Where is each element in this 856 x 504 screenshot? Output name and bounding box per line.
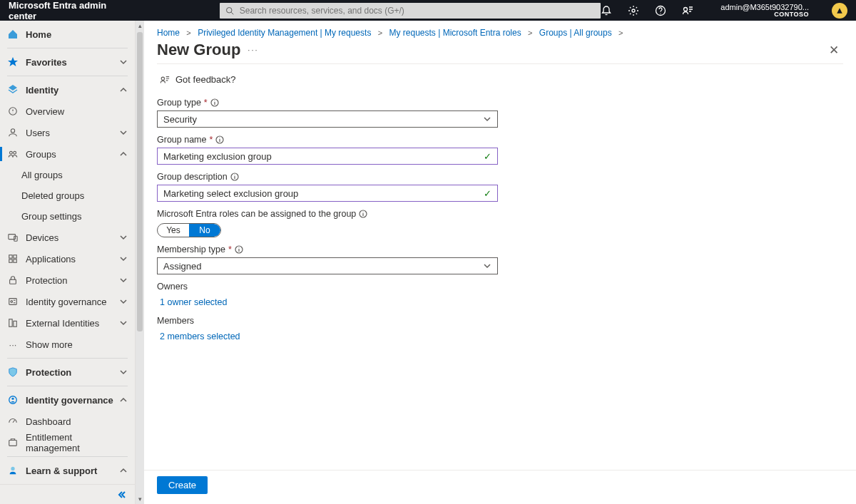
group-desc-input[interactable]: Marketing select exclusion group ✓ xyxy=(157,185,498,202)
info-icon[interactable] xyxy=(359,210,367,218)
nav-identity-governance[interactable]: Identity governance xyxy=(0,389,135,411)
group-name-label: Group name xyxy=(157,135,206,145)
nav-users[interactable]: Users xyxy=(0,122,135,143)
notifications-icon[interactable] xyxy=(601,5,612,16)
members-link[interactable]: 2 members selected xyxy=(157,329,240,343)
collapse-sidebar-button[interactable] xyxy=(0,484,135,504)
account-block[interactable]: admin@M365t9032790... CONTOSO xyxy=(720,3,809,19)
nav-home[interactable]: Home xyxy=(0,24,135,45)
info-icon[interactable] xyxy=(210,98,219,107)
roles-toggle[interactable]: Yes No xyxy=(157,223,221,237)
owners-link[interactable]: 1 owner selected xyxy=(157,294,228,309)
chevron-up-icon xyxy=(119,396,128,404)
account-tenant: CONTOSO xyxy=(720,11,809,19)
svg-point-40 xyxy=(234,175,235,175)
svg-point-34 xyxy=(214,101,215,101)
breadcrumb-item[interactable]: Groups | All groups xyxy=(539,28,612,38)
collapse-icon xyxy=(118,490,126,499)
chevron-down-icon xyxy=(119,128,128,137)
chevron-up-icon xyxy=(119,466,128,475)
svg-point-3 xyxy=(632,9,635,12)
svg-rect-25 xyxy=(14,321,16,326)
nav-protection[interactable]: Protection xyxy=(0,361,135,383)
nav-external-identities-label: External Identities xyxy=(26,318,119,329)
svg-point-9 xyxy=(13,113,14,113)
settings-icon[interactable] xyxy=(628,5,639,16)
nav-overview-label: Overview xyxy=(26,106,128,117)
nav-users-label: Users xyxy=(26,128,119,138)
help-icon[interactable] xyxy=(655,5,666,16)
nav-entitlement-label: Entitlement management xyxy=(26,432,128,453)
global-search[interactable] xyxy=(220,3,601,19)
nav-identity[interactable]: Identity xyxy=(0,79,135,101)
nav-group-settings[interactable]: Group settings xyxy=(0,206,135,227)
nav-deleted-groups-label: Deleted groups xyxy=(21,190,128,201)
product-title: Microsoft Entra admin center xyxy=(9,0,128,21)
nav-learn-support[interactable]: Learn & support xyxy=(0,460,135,481)
nav-show-more-label: Show more xyxy=(26,339,128,350)
info-icon[interactable] xyxy=(230,173,239,181)
chevron-down-icon xyxy=(119,319,128,327)
close-button[interactable]: ✕ xyxy=(829,43,843,58)
nav-all-groups-label: All groups xyxy=(21,170,128,180)
info-icon[interactable] xyxy=(215,135,224,144)
chevron-right-icon: > xyxy=(186,29,190,37)
devices-icon xyxy=(7,232,19,243)
nav-overview[interactable]: Overview xyxy=(0,101,135,122)
nav-groups[interactable]: Groups xyxy=(0,143,135,165)
nav-idgov-sub[interactable]: Identity governance xyxy=(0,291,135,312)
required-indicator: * xyxy=(204,98,208,108)
create-button[interactable]: Create xyxy=(157,476,208,494)
more-actions-button[interactable]: ··· xyxy=(248,46,258,54)
nav-external-identities[interactable]: External Identities xyxy=(0,312,135,334)
roles-toggle-yes[interactable]: Yes xyxy=(158,224,189,237)
svg-point-6 xyxy=(684,7,688,11)
svg-line-28 xyxy=(13,420,15,423)
nav-learn-support-label: Learn & support xyxy=(26,466,119,476)
nav-favorites[interactable]: Favorites xyxy=(0,51,135,73)
svg-point-27 xyxy=(11,398,14,400)
scroll-up-icon: ▴ xyxy=(138,21,142,31)
svg-rect-18 xyxy=(14,259,16,262)
owners-label: Owners xyxy=(157,282,188,292)
chevron-right-icon: > xyxy=(528,29,532,37)
svg-point-43 xyxy=(363,212,364,212)
page-title: New Group xyxy=(157,41,240,59)
roles-toggle-no[interactable]: No xyxy=(189,224,220,237)
feedback-icon[interactable] xyxy=(682,5,693,16)
group-type-select[interactable]: Security xyxy=(157,110,498,128)
avatar[interactable] xyxy=(832,3,847,19)
nav-applications[interactable]: Applications xyxy=(0,248,135,269)
nav-deleted-groups[interactable]: Deleted groups xyxy=(0,185,135,206)
info-icon[interactable] xyxy=(235,245,243,254)
nav-show-more[interactable]: ··· Show more xyxy=(0,334,135,355)
membership-select[interactable]: Assigned xyxy=(157,257,498,274)
breadcrumb-item[interactable]: My requests | Microsoft Entra roles xyxy=(389,28,521,38)
feedback-button[interactable]: Got feedback? xyxy=(157,71,239,93)
chevron-down-icon xyxy=(119,368,128,376)
chevron-right-icon: > xyxy=(378,29,382,37)
roles-label: Microsoft Entra roles can be assigned to… xyxy=(157,209,356,219)
nav-entitlement[interactable]: Entitlement management xyxy=(0,432,135,453)
breadcrumb-item[interactable]: Home xyxy=(157,28,180,38)
group-type-value: Security xyxy=(163,114,197,125)
topbar-icons: admin@M365t9032790... CONTOSO xyxy=(601,3,847,19)
breadcrumb-item[interactable]: Privileged Identity Management | My requ… xyxy=(198,28,371,38)
nav-groups-label: Groups xyxy=(26,149,119,160)
chevron-down-icon xyxy=(119,254,128,263)
nav-dashboard[interactable]: Dashboard xyxy=(0,411,135,432)
sidebar-scrollbar[interactable]: ▴ ▾ xyxy=(136,21,144,504)
nav-all-groups[interactable]: All groups xyxy=(0,165,135,185)
global-search-input[interactable] xyxy=(238,5,596,16)
nav-identity-governance-label: Identity governance xyxy=(26,395,119,406)
star-icon xyxy=(7,56,19,68)
overview-icon xyxy=(7,106,19,117)
required-indicator: * xyxy=(228,245,232,254)
valid-check-icon: ✓ xyxy=(484,151,491,162)
svg-point-26 xyxy=(9,396,17,404)
group-name-input[interactable]: Marketing exclusion group ✓ xyxy=(157,148,498,165)
chevron-down-icon xyxy=(119,276,128,284)
nav-applications-label: Applications xyxy=(26,254,119,264)
nav-protection-sub[interactable]: Protection xyxy=(0,269,135,291)
nav-devices[interactable]: Devices xyxy=(0,227,135,248)
